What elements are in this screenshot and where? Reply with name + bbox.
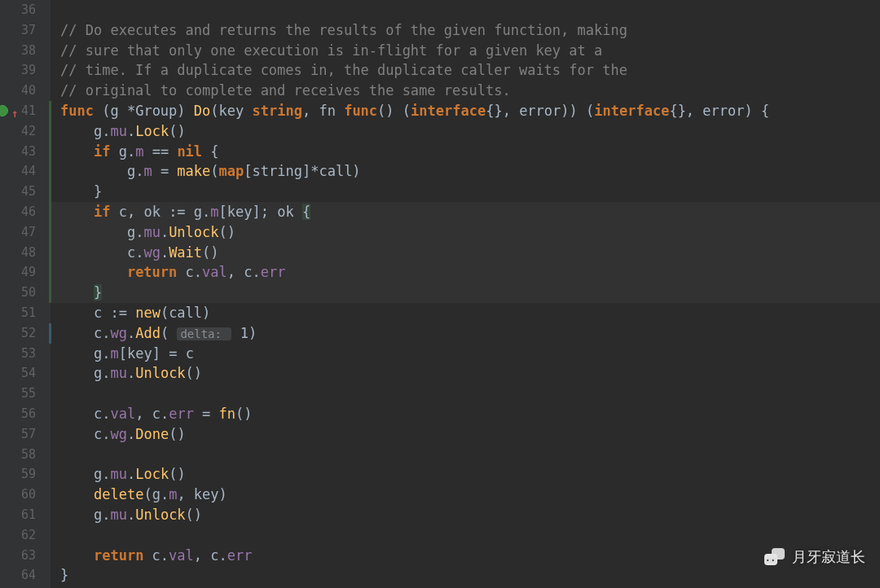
line-number: 46 <box>0 202 51 222</box>
token: ( <box>161 305 169 321</box>
token: ( <box>102 103 110 119</box>
code-line[interactable]: if g.m == nil { <box>60 142 880 162</box>
token: g <box>194 204 202 220</box>
token: c <box>94 325 102 341</box>
token: Do <box>194 103 210 119</box>
token: . <box>102 345 110 362</box>
token: val <box>110 406 135 422</box>
token: key <box>127 345 152 362</box>
line-number: 53 <box>0 344 51 364</box>
token: . <box>161 547 169 564</box>
token: Lock <box>135 123 169 139</box>
token: // time. If a duplicate comes in, the du… <box>60 62 627 78</box>
code-line[interactable]: g.mu.Lock() <box>60 121 880 142</box>
token: , <box>194 547 210 564</box>
code-line[interactable]: // Do executes and returns the results o… <box>60 20 880 41</box>
token: ok <box>143 204 169 220</box>
token: () <box>169 466 185 482</box>
line-number-gutter: 363738394041↑424344454647484950515253545… <box>0 0 51 588</box>
code-line[interactable]: delete(g.m, key) <box>60 485 880 505</box>
token: string <box>253 103 302 119</box>
line-number: 48 <box>0 243 51 263</box>
code-line[interactable]: c := new(call) <box>60 303 880 323</box>
inlay-hint: delta: <box>177 327 231 340</box>
token: . <box>161 244 169 261</box>
code-line[interactable]: func (g *Group) Do(key string, fn func()… <box>60 101 880 121</box>
code-line[interactable]: return c.val, c.err <box>60 262 880 283</box>
token: mu <box>143 224 160 240</box>
code-line[interactable]: } <box>60 565 880 586</box>
token: . <box>127 426 135 442</box>
token: . <box>135 163 143 179</box>
token: () <box>186 365 202 381</box>
token: m <box>110 345 118 362</box>
token: {}, <box>669 103 702 119</box>
token: ) <box>219 486 227 502</box>
line-number: 56 <box>0 404 51 424</box>
code-line[interactable]: c.wg.Wait() <box>60 243 880 263</box>
token: mu <box>110 466 126 482</box>
token: , <box>177 486 193 502</box>
token: wg <box>110 325 126 341</box>
line-number: 59 <box>0 464 51 485</box>
code-line[interactable]: // sure that only one execution is in-fl… <box>60 41 880 61</box>
token: // sure that only one execution is in-fl… <box>60 42 602 59</box>
line-number: 57 <box>0 424 51 445</box>
code-line[interactable]: } <box>60 182 880 202</box>
token: if <box>94 204 119 220</box>
token: () <box>169 123 185 139</box>
code-line[interactable]: g.mu.Unlock() <box>60 505 880 525</box>
token: interface <box>411 103 486 119</box>
code-line[interactable]: g.m[key] = c <box>60 344 880 364</box>
token: ) { <box>745 103 770 119</box>
code-line[interactable]: g.mu.Unlock() <box>60 363 880 384</box>
token: {}, <box>486 103 519 119</box>
token: , <box>127 204 143 220</box>
token: nil <box>177 143 210 160</box>
token: . <box>127 325 135 341</box>
code-line[interactable]: g.mu.Lock() <box>60 464 880 485</box>
token: g <box>127 224 135 240</box>
token: . <box>202 204 210 220</box>
token: val <box>202 264 227 280</box>
code-line[interactable]: c.wg.Add( delta: 1) <box>60 323 880 344</box>
token: string <box>253 163 302 179</box>
line-number: 40 <box>0 81 51 101</box>
code-line[interactable]: if c, ok := g.m[key]; ok { <box>60 202 880 222</box>
token: m <box>169 486 177 502</box>
token: Lock <box>135 466 169 482</box>
code-line[interactable]: g.m = make(map[string]*call) <box>60 161 880 182</box>
line-number: 38 <box>0 41 51 61</box>
code-area[interactable]: // Do executes and returns the results o… <box>51 0 880 588</box>
code-line[interactable] <box>60 445 880 465</box>
token: delete <box>94 486 143 502</box>
line-number: 49 <box>0 262 51 283</box>
token: interface <box>594 103 669 119</box>
code-line[interactable]: return c.val, c.err <box>60 546 880 566</box>
code-line[interactable]: g.mu.Unlock() <box>60 222 880 243</box>
code-line[interactable] <box>60 525 880 546</box>
token: Unlock <box>169 224 218 240</box>
code-line[interactable]: // time. If a duplicate comes in, the du… <box>60 60 880 81</box>
token: wg <box>143 244 160 261</box>
line-number: 42 <box>0 121 51 142</box>
token: . <box>102 406 110 422</box>
token: . <box>102 123 110 139</box>
token: call <box>169 305 202 321</box>
token: fn <box>219 406 235 422</box>
token: c <box>119 204 127 220</box>
token: ] = <box>152 345 186 362</box>
code-line[interactable] <box>60 384 880 404</box>
code-line[interactable]: // original to complete and receives the… <box>60 81 880 101</box>
code-line[interactable]: c.val, c.err = fn() <box>60 404 880 424</box>
code-line[interactable] <box>60 0 880 20</box>
code-line[interactable]: } <box>60 283 880 303</box>
code-editor[interactable]: 363738394041↑424344454647484950515253545… <box>0 0 880 588</box>
token: , <box>302 103 319 119</box>
token: c <box>152 406 161 422</box>
code-line[interactable]: c.wg.Done() <box>60 424 880 445</box>
breakpoint-icon[interactable] <box>0 105 8 116</box>
token: Add <box>135 325 161 341</box>
token: . <box>161 224 169 240</box>
token: func <box>344 103 377 119</box>
